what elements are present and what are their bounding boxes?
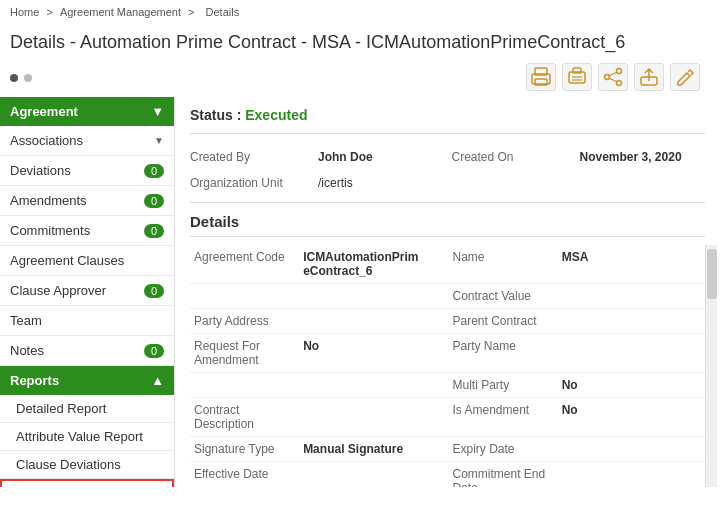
table-row: Agreement Code ICMAutomationPrimeContrac… [190,245,705,284]
multi-party-value: No [558,373,705,398]
effective-date-label: Effective Date [190,462,299,488]
svg-rect-4 [573,68,581,73]
content-area: Status : Executed Created By John Doe Cr… [175,97,720,487]
name-label: Name [449,245,558,284]
multi-party-label: Multi Party [449,373,558,398]
org-unit-value: /icertis [318,172,444,194]
created-on-value: November 3, 2020 [580,146,706,168]
created-by-label: Created By [190,146,310,168]
upload-icon[interactable] [634,63,664,91]
expiry-date-label: Expiry Date [449,437,558,462]
table-row: Request ForAmendment No Party Name [190,334,705,373]
svg-point-9 [617,81,622,86]
expiry-date-value [558,437,705,462]
request-amendment-label: Request ForAmendment [190,334,299,373]
table-row: Contract Value [190,284,705,309]
request-amendment-value: No [299,334,448,373]
sidebar-item-notifications-history-report[interactable]: Notifications History Report [0,479,174,487]
share-icon[interactable] [598,63,628,91]
party-address-value [299,309,448,334]
breadcrumb-home[interactable]: Home [10,6,39,18]
is-amendment-label: Is Amendment [449,398,558,437]
details-table: Agreement Code ICMAutomationPrimeContrac… [190,245,705,487]
breadcrumb-agreement-management[interactable]: Agreement Management [60,6,181,18]
sidebar-item-agreement-clauses[interactable]: Agreement Clauses [0,246,174,276]
chevron-down-icon: ▼ [151,104,164,119]
party-name-label: Party Name [449,334,558,373]
fax-icon[interactable] [562,63,592,91]
sidebar-item-team[interactable]: Team [0,306,174,336]
name-value: MSA [558,245,705,284]
clause-approver-badge: 0 [144,284,164,298]
status-value: Executed [245,107,307,123]
org-unit-label: Organization Unit [190,172,310,194]
agreement-code-value: ICMAutomationPrimeContract_6 [299,245,448,284]
associations-arrow-icon: ▼ [154,135,164,146]
sidebar-item-detailed-report[interactable]: Detailed Report [0,395,174,423]
created-on-label: Created On [452,146,572,168]
sidebar-item-deviations[interactable]: Deviations 0 [0,156,174,186]
breadcrumb-details: Details [206,6,240,18]
svg-point-8 [605,75,610,80]
svg-line-10 [609,72,617,76]
deviations-badge: 0 [144,164,164,178]
svg-line-11 [609,78,617,82]
agreement-code-label: Agreement Code [190,245,299,284]
signature-type-label: Signature Type [190,437,299,462]
sidebar-agreement-label: Agreement [10,104,78,119]
sidebar-reports-header[interactable]: Reports ▲ [0,366,174,395]
sidebar-item-clause-deviations[interactable]: Clause Deviations [0,451,174,479]
edit-icon[interactable] [670,63,700,91]
sidebar-item-amendments[interactable]: Amendments 0 [0,186,174,216]
contract-description-label: Contract Description [190,398,299,437]
chevron-up-icon: ▲ [151,373,164,388]
sidebar-item-associations[interactable]: Associations ▼ [0,126,174,156]
toolbar [516,59,710,95]
sidebar-item-commitments[interactable]: Commitments 0 [0,216,174,246]
table-row: Party Address Parent Contract [190,309,705,334]
pagination [10,70,32,84]
sidebar: Agreement ▼ Associations ▼ Deviations 0 … [0,97,175,487]
table-row: Multi Party No [190,373,705,398]
amendments-badge: 0 [144,194,164,208]
contract-value-value [558,284,705,309]
effective-date-value [299,462,448,488]
details-section-title: Details [190,213,705,237]
signature-type-value: Manual Signature [299,437,448,462]
contract-description-value [299,398,448,437]
commitment-end-date-value [558,462,705,488]
breadcrumb: Home > Agreement Management > Details [0,0,720,24]
sidebar-reports-label: Reports [10,373,59,388]
page-title: Details - Automation Prime Contract - MS… [0,24,720,59]
parent-contract-label: Parent Contract [449,309,558,334]
table-row: Signature Type Manual Signature Expiry D… [190,437,705,462]
table-row: Effective Date Commitment EndDate [190,462,705,488]
main-layout: Agreement ▼ Associations ▼ Deviations 0 … [0,97,720,487]
party-address-label: Party Address [190,309,299,334]
sidebar-item-attribute-value-report[interactable]: Attribute Value Report [0,423,174,451]
commitments-badge: 0 [144,224,164,238]
table-row: Contract Description Is Amendment No [190,398,705,437]
pagination-dot-2[interactable] [24,74,32,82]
sidebar-item-clause-approver[interactable]: Clause Approver 0 [0,276,174,306]
status-bar: Status : Executed [190,107,705,134]
contract-value-label: Contract Value [449,284,558,309]
print-icon[interactable] [526,63,556,91]
parent-contract-value [558,309,705,334]
is-amendment-value: No [558,398,705,437]
status-label: Status : [190,107,241,123]
sidebar-agreement-header[interactable]: Agreement ▼ [0,97,174,126]
created-by-value: John Doe [318,146,444,168]
sidebar-item-notes[interactable]: Notes 0 [0,336,174,366]
commitment-end-date-label: Commitment EndDate [449,462,558,488]
notes-badge: 0 [144,344,164,358]
pagination-dot-1[interactable] [10,74,18,82]
svg-point-7 [617,69,622,74]
party-name-value [558,334,705,373]
